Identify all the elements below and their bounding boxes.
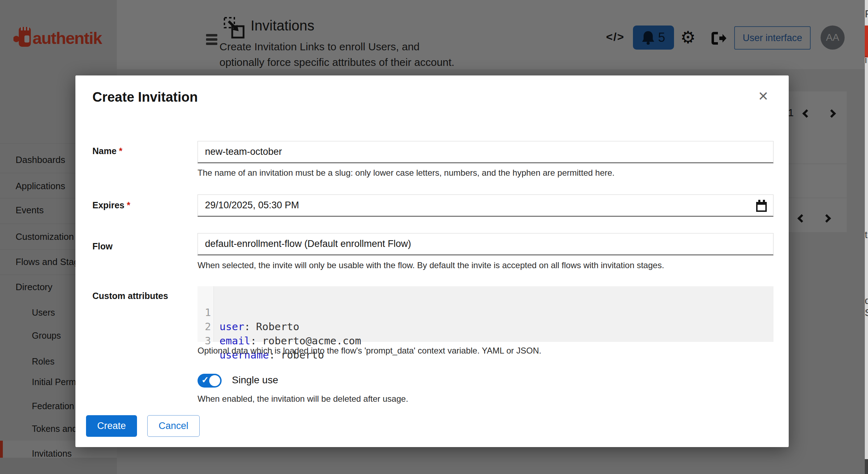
required-asterisk: * [119,146,122,156]
create-button[interactable]: Create [86,415,137,437]
name-label: Name * [92,146,122,156]
flow-select-input[interactable] [198,233,773,254]
single-use-label: Single use [232,374,278,386]
flow-label: Flow [92,241,113,252]
create-invitation-modal: Create Invitation ✕ Name * The name of a… [75,75,789,447]
edge-text-fragment: d [865,295,868,306]
single-use-toggle[interactable]: ✓ [198,374,222,388]
name-field-wrapper [198,141,773,163]
edge-dark-fragment [865,459,868,474]
toggle-knob [209,375,220,386]
check-icon: ✓ [201,375,209,385]
page-edge-sliver: F i t d S [865,0,868,474]
name-help-text: The name of an invitation must be a slug… [198,168,615,178]
yaml-code-editor[interactable]: 1 userRoberto 2 emailroberto@acme.com 3 … [198,286,773,342]
custom-attributes-help-text: Optional data which is loaded into the f… [198,346,541,356]
edge-red-fragment [865,26,868,57]
single-use-help-text: When enabled, the invitation will be del… [198,394,408,404]
edge-text-fragment: F [865,8,868,20]
flow-field-wrapper [198,233,773,255]
edge-text-fragment: S [865,307,868,318]
expires-field-wrapper [198,194,773,217]
modal-title: Create Invitation [92,90,198,105]
cancel-button[interactable]: Cancel [147,415,200,437]
code-line: 1 userRoberto [198,291,773,305]
custom-attributes-label: Custom attributes [92,291,168,301]
code-line: 2 emailroberto@acme.com [198,305,773,320]
name-input[interactable] [198,141,773,162]
app-root: authentik Invitations Create Invitation … [0,0,868,474]
code-line: 3 usernameroberto [198,320,773,334]
required-asterisk: * [127,200,130,210]
edge-text-fragment: i [865,55,867,66]
edge-text-fragment: t [865,230,868,241]
flow-help-text: When selected, the invite will only be u… [198,260,664,270]
expires-label: Expires * [92,200,130,210]
yaml-value: roberto@acme.com [262,335,361,347]
close-icon[interactable]: ✕ [758,89,769,104]
expires-input[interactable] [198,195,773,216]
